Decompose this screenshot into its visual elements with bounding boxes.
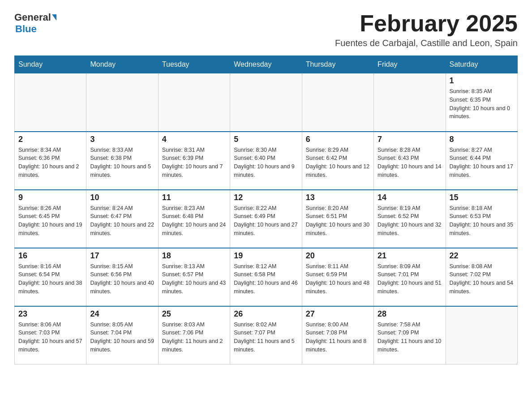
day-number: 7 bbox=[378, 135, 442, 144]
day-info: Sunrise: 8:00 AMSunset: 7:08 PMDaylight:… bbox=[306, 321, 370, 354]
calendar-cell: 4Sunrise: 8:31 AMSunset: 6:39 PMDaylight… bbox=[158, 132, 230, 190]
calendar-cell bbox=[86, 73, 158, 132]
calendar-cell: 27Sunrise: 8:00 AMSunset: 7:08 PMDayligh… bbox=[302, 306, 373, 364]
day-number: 21 bbox=[378, 251, 442, 261]
calendar-cell: 7Sunrise: 8:28 AMSunset: 6:43 PMDaylight… bbox=[374, 132, 446, 190]
calendar-cell: 16Sunrise: 8:16 AMSunset: 6:54 PMDayligh… bbox=[15, 248, 86, 306]
day-info: Sunrise: 8:20 AMSunset: 6:51 PMDaylight:… bbox=[306, 204, 370, 238]
calendar-cell: 21Sunrise: 8:09 AMSunset: 7:01 PMDayligh… bbox=[374, 248, 446, 306]
day-info: Sunrise: 8:35 AMSunset: 6:35 PMDaylight:… bbox=[450, 87, 514, 121]
calendar-week-row: 1Sunrise: 8:35 AMSunset: 6:35 PMDaylight… bbox=[15, 73, 518, 132]
calendar-week-row: 2Sunrise: 8:34 AMSunset: 6:36 PMDaylight… bbox=[15, 132, 518, 190]
day-info: Sunrise: 8:26 AMSunset: 6:45 PMDaylight:… bbox=[18, 204, 82, 238]
day-info: Sunrise: 8:12 AMSunset: 6:58 PMDaylight:… bbox=[234, 262, 298, 296]
calendar-cell: 15Sunrise: 8:18 AMSunset: 6:53 PMDayligh… bbox=[446, 190, 517, 248]
day-info: Sunrise: 8:34 AMSunset: 6:36 PMDaylight:… bbox=[18, 146, 82, 180]
day-number: 14 bbox=[378, 193, 442, 202]
location-title: Fuentes de Carbajal, Castille and Leon, … bbox=[335, 38, 518, 48]
day-info: Sunrise: 8:23 AMSunset: 6:48 PMDaylight:… bbox=[162, 204, 226, 238]
day-number: 3 bbox=[90, 135, 154, 144]
calendar-cell: 24Sunrise: 8:05 AMSunset: 7:04 PMDayligh… bbox=[86, 306, 158, 364]
calendar-cell: 20Sunrise: 8:11 AMSunset: 6:59 PMDayligh… bbox=[302, 248, 373, 306]
day-info: Sunrise: 8:18 AMSunset: 6:53 PMDaylight:… bbox=[450, 204, 514, 238]
calendar-cell bbox=[446, 306, 517, 364]
day-info: Sunrise: 8:05 AMSunset: 7:04 PMDaylight:… bbox=[90, 321, 154, 354]
day-info: Sunrise: 8:15 AMSunset: 6:56 PMDaylight:… bbox=[90, 262, 154, 296]
day-info: Sunrise: 8:19 AMSunset: 6:52 PMDaylight:… bbox=[378, 204, 442, 238]
column-header-thursday: Thursday bbox=[302, 56, 373, 73]
day-number: 2 bbox=[18, 135, 82, 144]
logo: General Blue bbox=[14, 13, 56, 35]
calendar-cell: 3Sunrise: 8:33 AMSunset: 6:38 PMDaylight… bbox=[86, 132, 158, 190]
calendar-cell bbox=[302, 73, 373, 132]
day-info: Sunrise: 8:22 AMSunset: 6:49 PMDaylight:… bbox=[234, 204, 298, 238]
calendar-table: SundayMondayTuesdayWednesdayThursdayFrid… bbox=[14, 56, 518, 364]
day-info: Sunrise: 8:11 AMSunset: 6:59 PMDaylight:… bbox=[306, 262, 370, 296]
calendar-cell: 12Sunrise: 8:22 AMSunset: 6:49 PMDayligh… bbox=[230, 190, 302, 248]
day-number: 13 bbox=[306, 193, 370, 202]
day-number: 12 bbox=[234, 193, 298, 202]
column-header-wednesday: Wednesday bbox=[230, 56, 302, 73]
day-number: 1 bbox=[450, 76, 514, 86]
day-info: Sunrise: 8:27 AMSunset: 6:44 PMDaylight:… bbox=[450, 146, 514, 180]
day-info: Sunrise: 8:02 AMSunset: 7:07 PMDaylight:… bbox=[234, 321, 298, 354]
calendar-cell: 19Sunrise: 8:12 AMSunset: 6:58 PMDayligh… bbox=[230, 248, 302, 306]
day-info: Sunrise: 7:58 AMSunset: 7:09 PMDaylight:… bbox=[378, 321, 442, 354]
day-number: 15 bbox=[450, 193, 514, 202]
calendar-cell bbox=[230, 73, 302, 132]
day-info: Sunrise: 8:29 AMSunset: 6:42 PMDaylight:… bbox=[306, 146, 370, 180]
calendar-cell bbox=[158, 73, 230, 132]
day-number: 6 bbox=[306, 135, 370, 144]
calendar-cell: 28Sunrise: 7:58 AMSunset: 7:09 PMDayligh… bbox=[374, 306, 446, 364]
day-number: 19 bbox=[234, 251, 298, 261]
calendar-cell: 22Sunrise: 8:08 AMSunset: 7:02 PMDayligh… bbox=[446, 248, 517, 306]
day-info: Sunrise: 8:16 AMSunset: 6:54 PMDaylight:… bbox=[18, 262, 82, 296]
day-info: Sunrise: 8:31 AMSunset: 6:39 PMDaylight:… bbox=[162, 146, 226, 180]
day-info: Sunrise: 8:03 AMSunset: 7:06 PMDaylight:… bbox=[162, 321, 226, 354]
calendar-cell: 18Sunrise: 8:13 AMSunset: 6:57 PMDayligh… bbox=[158, 248, 230, 306]
page-header: General Blue February 2025 Fuentes de Ca… bbox=[14, 11, 518, 48]
calendar-cell: 5Sunrise: 8:30 AMSunset: 6:40 PMDaylight… bbox=[230, 132, 302, 190]
calendar-cell: 6Sunrise: 8:29 AMSunset: 6:42 PMDaylight… bbox=[302, 132, 373, 190]
day-number: 11 bbox=[162, 193, 226, 202]
calendar-week-row: 23Sunrise: 8:06 AMSunset: 7:03 PMDayligh… bbox=[15, 306, 518, 364]
calendar-cell: 23Sunrise: 8:06 AMSunset: 7:03 PMDayligh… bbox=[15, 306, 86, 364]
calendar-cell: 26Sunrise: 8:02 AMSunset: 7:07 PMDayligh… bbox=[230, 306, 302, 364]
day-number: 25 bbox=[162, 309, 226, 319]
calendar-cell: 9Sunrise: 8:26 AMSunset: 6:45 PMDaylight… bbox=[15, 190, 86, 248]
calendar-cell bbox=[374, 73, 446, 132]
day-number: 10 bbox=[90, 193, 154, 202]
day-number: 17 bbox=[90, 251, 154, 261]
day-info: Sunrise: 8:09 AMSunset: 7:01 PMDaylight:… bbox=[378, 262, 442, 296]
calendar-cell: 11Sunrise: 8:23 AMSunset: 6:48 PMDayligh… bbox=[158, 190, 230, 248]
day-number: 5 bbox=[234, 135, 298, 144]
calendar-cell: 25Sunrise: 8:03 AMSunset: 7:06 PMDayligh… bbox=[158, 306, 230, 364]
month-title: February 2025 bbox=[335, 11, 518, 36]
day-number: 27 bbox=[306, 309, 370, 319]
column-header-saturday: Saturday bbox=[446, 56, 517, 73]
day-number: 18 bbox=[162, 251, 226, 261]
day-number: 9 bbox=[18, 193, 82, 202]
column-header-sunday: Sunday bbox=[15, 56, 86, 73]
day-number: 8 bbox=[450, 135, 514, 144]
column-header-friday: Friday bbox=[374, 56, 446, 73]
day-info: Sunrise: 8:06 AMSunset: 7:03 PMDaylight:… bbox=[18, 321, 82, 354]
day-number: 23 bbox=[18, 309, 82, 319]
day-number: 16 bbox=[18, 251, 82, 261]
calendar-cell: 14Sunrise: 8:19 AMSunset: 6:52 PMDayligh… bbox=[374, 190, 446, 248]
calendar-cell: 2Sunrise: 8:34 AMSunset: 6:36 PMDaylight… bbox=[15, 132, 86, 190]
day-number: 20 bbox=[306, 251, 370, 261]
logo-arrow-icon bbox=[52, 14, 56, 21]
day-info: Sunrise: 8:30 AMSunset: 6:40 PMDaylight:… bbox=[234, 146, 298, 180]
calendar-cell: 1Sunrise: 8:35 AMSunset: 6:35 PMDaylight… bbox=[446, 73, 517, 132]
day-number: 24 bbox=[90, 309, 154, 319]
day-number: 4 bbox=[162, 135, 226, 144]
calendar-header-row: SundayMondayTuesdayWednesdayThursdayFrid… bbox=[15, 56, 518, 73]
column-header-tuesday: Tuesday bbox=[158, 56, 230, 73]
day-info: Sunrise: 8:28 AMSunset: 6:43 PMDaylight:… bbox=[378, 146, 442, 180]
calendar-cell: 10Sunrise: 8:24 AMSunset: 6:47 PMDayligh… bbox=[86, 190, 158, 248]
day-info: Sunrise: 8:24 AMSunset: 6:47 PMDaylight:… bbox=[90, 204, 154, 238]
day-info: Sunrise: 8:13 AMSunset: 6:57 PMDaylight:… bbox=[162, 262, 226, 296]
day-number: 22 bbox=[450, 251, 514, 261]
day-info: Sunrise: 8:33 AMSunset: 6:38 PMDaylight:… bbox=[90, 146, 154, 180]
